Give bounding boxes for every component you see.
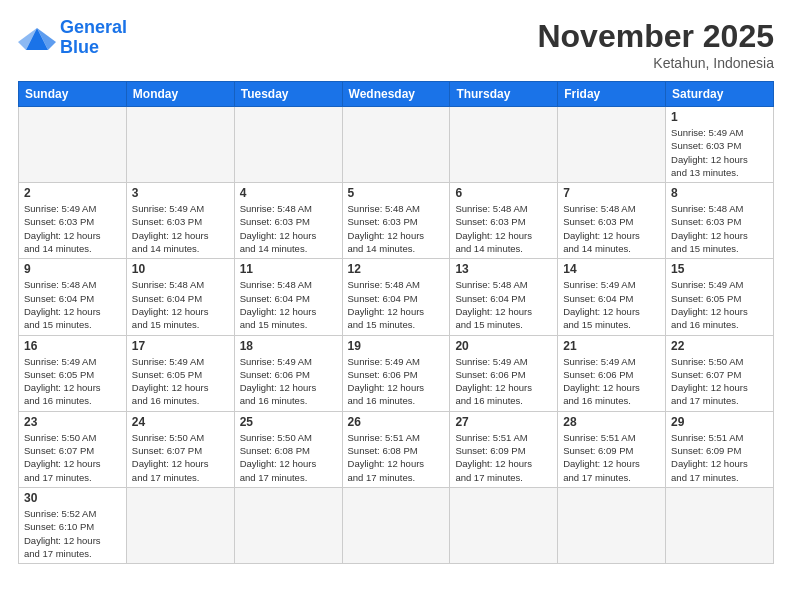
- header-wednesday: Wednesday: [342, 82, 450, 107]
- day-info: Sunrise: 5:49 AMSunset: 6:03 PMDaylight:…: [671, 126, 768, 179]
- day-num: 14: [563, 262, 660, 276]
- day-num: 12: [348, 262, 445, 276]
- day-info: Sunrise: 5:51 AMSunset: 6:09 PMDaylight:…: [563, 431, 660, 484]
- day-num: 23: [24, 415, 121, 429]
- day-3: 3 Sunrise: 5:49 AMSunset: 6:03 PMDayligh…: [126, 183, 234, 259]
- day-num: 24: [132, 415, 229, 429]
- day-info: Sunrise: 5:50 AMSunset: 6:07 PMDaylight:…: [132, 431, 229, 484]
- day-6: 6 Sunrise: 5:48 AMSunset: 6:03 PMDayligh…: [450, 183, 558, 259]
- empty-cell: [234, 107, 342, 183]
- day-info: Sunrise: 5:51 AMSunset: 6:09 PMDaylight:…: [671, 431, 768, 484]
- day-info: Sunrise: 5:50 AMSunset: 6:07 PMDaylight:…: [24, 431, 121, 484]
- day-info: Sunrise: 5:49 AMSunset: 6:06 PMDaylight:…: [348, 355, 445, 408]
- day-num: 2: [24, 186, 121, 200]
- day-num: 1: [671, 110, 768, 124]
- empty-cell: [342, 487, 450, 563]
- day-num: 19: [348, 339, 445, 353]
- day-14: 14 Sunrise: 5:49 AMSunset: 6:04 PMDaylig…: [558, 259, 666, 335]
- day-21: 21 Sunrise: 5:49 AMSunset: 6:06 PMDaylig…: [558, 335, 666, 411]
- day-num: 21: [563, 339, 660, 353]
- day-25: 25 Sunrise: 5:50 AMSunset: 6:08 PMDaylig…: [234, 411, 342, 487]
- day-num: 10: [132, 262, 229, 276]
- day-num: 9: [24, 262, 121, 276]
- month-title: November 2025: [537, 18, 774, 55]
- day-info: Sunrise: 5:49 AMSunset: 6:05 PMDaylight:…: [132, 355, 229, 408]
- day-info: Sunrise: 5:48 AMSunset: 6:04 PMDaylight:…: [348, 278, 445, 331]
- empty-cell: [19, 107, 127, 183]
- day-info: Sunrise: 5:48 AMSunset: 6:03 PMDaylight:…: [455, 202, 552, 255]
- day-num: 4: [240, 186, 337, 200]
- week-row-6: 30 Sunrise: 5:52 AMSunset: 6:10 PMDaylig…: [19, 487, 774, 563]
- day-30: 30 Sunrise: 5:52 AMSunset: 6:10 PMDaylig…: [19, 487, 127, 563]
- day-info: Sunrise: 5:52 AMSunset: 6:10 PMDaylight:…: [24, 507, 121, 560]
- week-row-5: 23 Sunrise: 5:50 AMSunset: 6:07 PMDaylig…: [19, 411, 774, 487]
- day-info: Sunrise: 5:48 AMSunset: 6:04 PMDaylight:…: [455, 278, 552, 331]
- day-num: 18: [240, 339, 337, 353]
- day-29: 29 Sunrise: 5:51 AMSunset: 6:09 PMDaylig…: [666, 411, 774, 487]
- header-saturday: Saturday: [666, 82, 774, 107]
- day-num: 30: [24, 491, 121, 505]
- day-20: 20 Sunrise: 5:49 AMSunset: 6:06 PMDaylig…: [450, 335, 558, 411]
- day-15: 15 Sunrise: 5:49 AMSunset: 6:05 PMDaylig…: [666, 259, 774, 335]
- header-thursday: Thursday: [450, 82, 558, 107]
- day-11: 11 Sunrise: 5:48 AMSunset: 6:04 PMDaylig…: [234, 259, 342, 335]
- empty-cell: [234, 487, 342, 563]
- logo: General Blue: [18, 18, 127, 58]
- day-info: Sunrise: 5:48 AMSunset: 6:03 PMDaylight:…: [348, 202, 445, 255]
- day-info: Sunrise: 5:49 AMSunset: 6:05 PMDaylight:…: [671, 278, 768, 331]
- day-info: Sunrise: 5:49 AMSunset: 6:06 PMDaylight:…: [455, 355, 552, 408]
- day-num: 17: [132, 339, 229, 353]
- day-9: 9 Sunrise: 5:48 AMSunset: 6:04 PMDayligh…: [19, 259, 127, 335]
- header-monday: Monday: [126, 82, 234, 107]
- day-info: Sunrise: 5:48 AMSunset: 6:03 PMDaylight:…: [563, 202, 660, 255]
- day-info: Sunrise: 5:51 AMSunset: 6:09 PMDaylight:…: [455, 431, 552, 484]
- day-16: 16 Sunrise: 5:49 AMSunset: 6:05 PMDaylig…: [19, 335, 127, 411]
- day-num: 13: [455, 262, 552, 276]
- logo-general: General: [60, 17, 127, 37]
- empty-cell: [450, 107, 558, 183]
- day-24: 24 Sunrise: 5:50 AMSunset: 6:07 PMDaylig…: [126, 411, 234, 487]
- empty-cell: [126, 487, 234, 563]
- week-row-1: 1 Sunrise: 5:49 AMSunset: 6:03 PMDayligh…: [19, 107, 774, 183]
- day-26: 26 Sunrise: 5:51 AMSunset: 6:08 PMDaylig…: [342, 411, 450, 487]
- day-info: Sunrise: 5:50 AMSunset: 6:08 PMDaylight:…: [240, 431, 337, 484]
- week-row-3: 9 Sunrise: 5:48 AMSunset: 6:04 PMDayligh…: [19, 259, 774, 335]
- day-num: 8: [671, 186, 768, 200]
- day-num: 28: [563, 415, 660, 429]
- day-info: Sunrise: 5:49 AMSunset: 6:03 PMDaylight:…: [132, 202, 229, 255]
- logo-icon: [18, 22, 56, 54]
- empty-cell: [666, 487, 774, 563]
- day-info: Sunrise: 5:50 AMSunset: 6:07 PMDaylight:…: [671, 355, 768, 408]
- empty-cell: [126, 107, 234, 183]
- day-info: Sunrise: 5:49 AMSunset: 6:05 PMDaylight:…: [24, 355, 121, 408]
- day-info: Sunrise: 5:48 AMSunset: 6:03 PMDaylight:…: [240, 202, 337, 255]
- day-info: Sunrise: 5:49 AMSunset: 6:06 PMDaylight:…: [563, 355, 660, 408]
- logo-text: General Blue: [60, 18, 127, 58]
- day-10: 10 Sunrise: 5:48 AMSunset: 6:04 PMDaylig…: [126, 259, 234, 335]
- day-18: 18 Sunrise: 5:49 AMSunset: 6:06 PMDaylig…: [234, 335, 342, 411]
- day-13: 13 Sunrise: 5:48 AMSunset: 6:04 PMDaylig…: [450, 259, 558, 335]
- day-info: Sunrise: 5:49 AMSunset: 6:06 PMDaylight:…: [240, 355, 337, 408]
- day-19: 19 Sunrise: 5:49 AMSunset: 6:06 PMDaylig…: [342, 335, 450, 411]
- location: Ketahun, Indonesia: [537, 55, 774, 71]
- day-27: 27 Sunrise: 5:51 AMSunset: 6:09 PMDaylig…: [450, 411, 558, 487]
- calendar: Sunday Monday Tuesday Wednesday Thursday…: [18, 81, 774, 564]
- day-num: 20: [455, 339, 552, 353]
- day-23: 23 Sunrise: 5:50 AMSunset: 6:07 PMDaylig…: [19, 411, 127, 487]
- day-info: Sunrise: 5:48 AMSunset: 6:03 PMDaylight:…: [671, 202, 768, 255]
- day-28: 28 Sunrise: 5:51 AMSunset: 6:09 PMDaylig…: [558, 411, 666, 487]
- title-block: November 2025 Ketahun, Indonesia: [537, 18, 774, 71]
- day-num: 7: [563, 186, 660, 200]
- day-num: 5: [348, 186, 445, 200]
- day-num: 26: [348, 415, 445, 429]
- day-2: 2 Sunrise: 5:49 AMSunset: 6:03 PMDayligh…: [19, 183, 127, 259]
- day-num: 6: [455, 186, 552, 200]
- day-22: 22 Sunrise: 5:50 AMSunset: 6:07 PMDaylig…: [666, 335, 774, 411]
- logo-blue: Blue: [60, 37, 99, 57]
- day-num: 25: [240, 415, 337, 429]
- day-num: 3: [132, 186, 229, 200]
- day-7: 7 Sunrise: 5:48 AMSunset: 6:03 PMDayligh…: [558, 183, 666, 259]
- header-friday: Friday: [558, 82, 666, 107]
- day-1: 1 Sunrise: 5:49 AMSunset: 6:03 PMDayligh…: [666, 107, 774, 183]
- day-17: 17 Sunrise: 5:49 AMSunset: 6:05 PMDaylig…: [126, 335, 234, 411]
